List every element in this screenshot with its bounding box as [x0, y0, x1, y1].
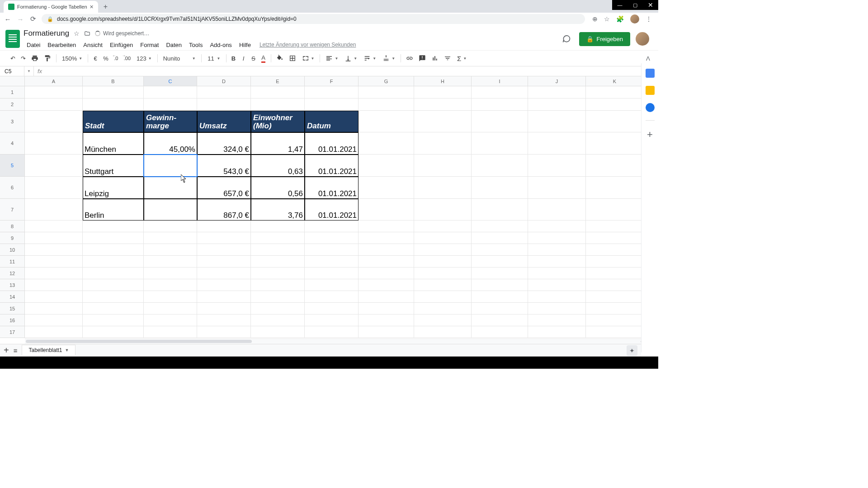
- column-header-C[interactable]: C: [144, 76, 197, 86]
- cell-J2[interactable]: [528, 99, 586, 111]
- cell-H9[interactable]: [414, 232, 472, 244]
- explore-button[interactable]: ✦: [627, 345, 637, 356]
- cell-G11[interactable]: [359, 256, 414, 267]
- insert-link-button[interactable]: [404, 53, 415, 64]
- all-sheets-button[interactable]: ≡: [14, 347, 18, 354]
- doc-title[interactable]: Formatierung: [24, 29, 69, 38]
- move-folder-icon[interactable]: [84, 30, 90, 37]
- cell-C6[interactable]: [144, 177, 197, 199]
- cell-J7[interactable]: [528, 199, 586, 221]
- menu-hilfe[interactable]: Hilfe: [236, 40, 254, 50]
- cell-G3[interactable]: [359, 111, 414, 132]
- menu-daten[interactable]: Daten: [163, 40, 185, 50]
- cell-K15[interactable]: [586, 303, 644, 314]
- cell-C13[interactable]: [144, 279, 197, 291]
- cell-A11[interactable]: [25, 256, 83, 267]
- url-field[interactable]: 🔒 docs.google.com/spreadsheets/d/1L0CRXr…: [42, 14, 585, 24]
- insert-comment-button[interactable]: [416, 53, 428, 64]
- cell-H8[interactable]: [414, 221, 472, 232]
- cell-I4[interactable]: [472, 132, 528, 155]
- cell-F16[interactable]: [305, 314, 359, 326]
- cell-G4[interactable]: [359, 132, 414, 155]
- cell-G5[interactable]: [359, 155, 414, 177]
- cell-J6[interactable]: [528, 177, 586, 199]
- fill-handle[interactable]: [196, 175, 197, 177]
- cell-A10[interactable]: [25, 244, 83, 256]
- cell-K10[interactable]: [586, 244, 644, 256]
- cell-A12[interactable]: [25, 267, 83, 279]
- cell-B17[interactable]: [83, 326, 144, 338]
- column-header-K[interactable]: K: [586, 76, 644, 86]
- cell-E5[interactable]: 0,63: [251, 155, 305, 177]
- cell-A8[interactable]: [25, 221, 83, 232]
- cell-J5[interactable]: [528, 155, 586, 177]
- column-header-G[interactable]: G: [359, 76, 414, 86]
- print-button[interactable]: [29, 53, 41, 64]
- cell-D13[interactable]: [197, 279, 251, 291]
- cell-J17[interactable]: [528, 326, 586, 338]
- cell-E13[interactable]: [251, 279, 305, 291]
- cell-I3[interactable]: [472, 111, 528, 132]
- cell-C16[interactable]: [144, 314, 197, 326]
- cell-E17[interactable]: [251, 326, 305, 338]
- cell-A4[interactable]: [25, 132, 83, 155]
- cell-J12[interactable]: [528, 267, 586, 279]
- filter-button[interactable]: [442, 53, 453, 64]
- cell-K6[interactable]: [586, 177, 644, 199]
- cell-G16[interactable]: [359, 314, 414, 326]
- cell-J4[interactable]: [528, 132, 586, 155]
- cell-E14[interactable]: [251, 291, 305, 303]
- cell-D10[interactable]: [197, 244, 251, 256]
- cell-D9[interactable]: [197, 232, 251, 244]
- cell-K13[interactable]: [586, 279, 644, 291]
- zoom-select[interactable]: 150% ▼: [59, 54, 85, 63]
- cell-D3[interactable]: Umsatz: [197, 111, 251, 132]
- column-header-I[interactable]: I: [472, 76, 528, 86]
- menu-einfuegen[interactable]: Einfügen: [107, 40, 136, 50]
- row-header-17[interactable]: 17: [0, 326, 24, 338]
- name-box-dropdown[interactable]: ▼: [24, 66, 34, 76]
- row-header-8[interactable]: 8: [0, 221, 24, 232]
- keep-addon-icon[interactable]: [646, 86, 655, 95]
- menu-ansicht[interactable]: Ansicht: [80, 40, 106, 50]
- increase-decimal-button[interactable]: .00→: [122, 54, 133, 63]
- row-header-13[interactable]: 13: [0, 279, 24, 291]
- format-currency-button[interactable]: €: [91, 53, 100, 64]
- cell-B7[interactable]: Berlin: [83, 199, 144, 221]
- horizontal-scroll-thumb[interactable]: [26, 340, 252, 343]
- cell-G15[interactable]: [359, 303, 414, 314]
- cell-H14[interactable]: [414, 291, 472, 303]
- cell-A3[interactable]: [25, 111, 83, 132]
- menu-datei[interactable]: Datei: [24, 40, 43, 50]
- cell-I16[interactable]: [472, 314, 528, 326]
- cell-B10[interactable]: [83, 244, 144, 256]
- cell-K9[interactable]: [586, 232, 644, 244]
- profile-avatar-icon[interactable]: [630, 14, 639, 23]
- cell-D8[interactable]: [197, 221, 251, 232]
- cell-J13[interactable]: [528, 279, 586, 291]
- horizontal-align-button[interactable]: ▼: [323, 54, 341, 63]
- cell-F13[interactable]: [305, 279, 359, 291]
- cell-E15[interactable]: [251, 303, 305, 314]
- cell-E8[interactable]: [251, 221, 305, 232]
- cell-F10[interactable]: [305, 244, 359, 256]
- cell-E16[interactable]: [251, 314, 305, 326]
- cell-B4[interactable]: München: [83, 132, 144, 155]
- zoom-icon[interactable]: ⊕: [592, 15, 598, 23]
- cell-F15[interactable]: [305, 303, 359, 314]
- row-header-16[interactable]: 16: [0, 314, 24, 326]
- cell-J9[interactable]: [528, 232, 586, 244]
- cell-I11[interactable]: [472, 256, 528, 267]
- cell-H13[interactable]: [414, 279, 472, 291]
- cell-A16[interactable]: [25, 314, 83, 326]
- cell-G6[interactable]: [359, 177, 414, 199]
- cell-F9[interactable]: [305, 232, 359, 244]
- cell-I5[interactable]: [472, 155, 528, 177]
- row-header-5[interactable]: 5: [0, 155, 24, 177]
- select-all-corner[interactable]: [0, 76, 25, 86]
- cell-G10[interactable]: [359, 244, 414, 256]
- cell-I6[interactable]: [472, 177, 528, 199]
- cell-K8[interactable]: [586, 221, 644, 232]
- cell-E12[interactable]: [251, 267, 305, 279]
- name-box[interactable]: C5: [0, 66, 24, 76]
